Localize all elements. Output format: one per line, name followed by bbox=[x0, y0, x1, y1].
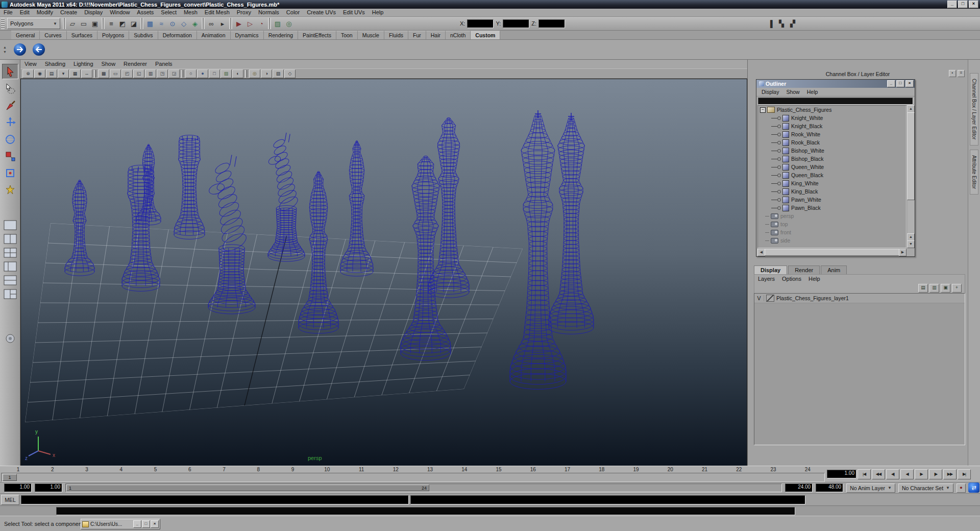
shelf-tab-curves[interactable]: Curves bbox=[40, 31, 66, 39]
grid-toggle-icon[interactable]: ▩ bbox=[98, 69, 109, 78]
outliner-vertical-scrollbar[interactable]: ▲ ▲ ▼ bbox=[906, 105, 914, 248]
outliner-item-rook-black[interactable]: Rook_Black bbox=[758, 138, 906, 147]
snap-to-curve-icon[interactable]: ≈ bbox=[156, 18, 167, 29]
command-line-input[interactable] bbox=[21, 495, 409, 504]
toolbox-sphere-icon[interactable] bbox=[3, 331, 18, 346]
shelf-tab-painteffects[interactable]: PaintEffects bbox=[298, 31, 336, 39]
pin-icon[interactable]: ▪ bbox=[949, 70, 956, 77]
layer-editor-tab-display[interactable]: Display bbox=[754, 266, 787, 274]
scroll-left-icon[interactable]: ◀ bbox=[757, 249, 765, 256]
make-live-icon[interactable]: ◈ bbox=[189, 18, 201, 29]
shelf-custom-item-1[interactable] bbox=[12, 42, 28, 57]
step-forward-frame-button[interactable]: ▶▶ bbox=[943, 469, 957, 479]
play-backwards-button[interactable]: ◀ bbox=[900, 469, 914, 479]
ipr-render-icon[interactable]: ▷ bbox=[244, 18, 256, 29]
step-forward-key-button[interactable]: |▶ bbox=[929, 469, 942, 479]
2d-pan-zoom-icon[interactable]: ↔ bbox=[81, 69, 92, 78]
layout-single-pane-button[interactable] bbox=[3, 220, 18, 231]
outliner-menu-display[interactable]: Display bbox=[758, 88, 782, 96]
outliner-filter-field[interactable] bbox=[758, 98, 913, 105]
shelf-tab-muscle[interactable]: Muscle bbox=[358, 31, 384, 39]
shelf-tab-toon[interactable]: Toon bbox=[336, 31, 358, 39]
use-default-material-icon[interactable]: ◐ bbox=[232, 69, 243, 78]
outliner-menu-show[interactable]: Show bbox=[782, 88, 803, 96]
animation-start-field[interactable]: 1.00 bbox=[4, 484, 32, 492]
shelf-tab-fluids[interactable]: Fluids bbox=[384, 31, 408, 39]
select-camera-icon[interactable]: ⊕ bbox=[22, 69, 34, 78]
layer-name[interactable]: Plastic_Chess_Figures_layer1 bbox=[776, 295, 849, 301]
list-inputs-icon[interactable]: ▸ bbox=[217, 18, 228, 29]
outliner-titlebar[interactable]: Outliner _ □ × bbox=[756, 80, 915, 88]
scroll-up-icon-2[interactable]: ▲ bbox=[907, 233, 915, 241]
shelf-tab-deformation[interactable]: Deformation bbox=[158, 31, 197, 39]
outliner-item-pawn-black[interactable]: Pawn_Black bbox=[758, 204, 906, 212]
save-scene-icon[interactable]: ▣ bbox=[89, 18, 101, 29]
y-input[interactable] bbox=[503, 19, 529, 28]
xray-icon[interactable]: ▧ bbox=[273, 69, 284, 78]
layer-editor-tab-anim[interactable]: Anim bbox=[821, 266, 847, 274]
maximize-button[interactable]: □ bbox=[958, 1, 968, 8]
current-frame-marker[interactable]: 1 bbox=[3, 474, 17, 481]
anim-layer-dropdown[interactable]: No Anim Layer ▼ bbox=[846, 484, 895, 493]
paint-effects-icon[interactable]: ▨ bbox=[272, 18, 283, 29]
layer-color-swatch[interactable] bbox=[766, 295, 774, 302]
menu-select[interactable]: Select bbox=[157, 9, 180, 16]
menu-create[interactable]: Create bbox=[57, 9, 81, 16]
menu-create-uvs[interactable]: Create UVs bbox=[303, 9, 339, 16]
outliner-item-queen-white[interactable]: Queen_White bbox=[758, 163, 906, 171]
menu-edit-uvs[interactable]: Edit UVs bbox=[339, 9, 369, 16]
isolate-select-icon[interactable]: ◇ bbox=[284, 69, 296, 78]
outliner-item-rook-white[interactable]: Rook_White bbox=[758, 130, 906, 138]
shelf-tab-custom[interactable]: Custom bbox=[471, 31, 500, 39]
layer-menu-help[interactable]: Help bbox=[805, 276, 824, 282]
layer-row[interactable]: V Plastic_Chess_Figures_layer1 bbox=[754, 294, 965, 303]
sidebar-tab-attribute-editor[interactable]: Attribute Editor bbox=[970, 150, 978, 195]
gate-mask-icon[interactable]: ◱ bbox=[133, 69, 144, 78]
layer-menu-options[interactable]: Options bbox=[778, 276, 805, 282]
go-to-start-button[interactable]: |◀ bbox=[857, 469, 871, 479]
render-view-icon[interactable]: ▶ bbox=[233, 18, 244, 29]
shelf-tab-dynamics[interactable]: Dynamics bbox=[231, 31, 264, 39]
menu-help[interactable]: Help bbox=[369, 9, 387, 16]
panel-menu-shading[interactable]: Shading bbox=[41, 60, 69, 68]
command-line-mode-button[interactable]: MEL bbox=[1, 495, 19, 505]
remote-access-tray-icon[interactable]: ⇄ bbox=[968, 482, 979, 493]
lock-camera-icon[interactable]: ◉ bbox=[34, 69, 45, 78]
panel-menu-renderer[interactable]: Renderer bbox=[119, 60, 151, 68]
universal-manipulator-button[interactable] bbox=[3, 166, 18, 180]
mini-window-close-button[interactable]: × bbox=[151, 520, 159, 528]
new-layer-from-selected-icon[interactable]: + bbox=[952, 284, 962, 293]
menu-window[interactable]: Window bbox=[106, 9, 133, 16]
outliner-minimize-button[interactable]: _ bbox=[887, 80, 895, 87]
smooth-shade-mode-icon[interactable]: ● bbox=[197, 69, 208, 78]
playback-start-field[interactable]: 1.00 bbox=[35, 484, 62, 492]
safe-title-icon[interactable]: ◲ bbox=[168, 69, 180, 78]
step-back-key-button[interactable]: ◀| bbox=[886, 469, 899, 479]
outliner-item-bishop-white[interactable]: Bishop_White bbox=[758, 147, 906, 155]
sidebar-tab-channel-box[interactable]: Channel Box / Layer Editor bbox=[970, 73, 978, 146]
select-tool-button[interactable] bbox=[2, 64, 18, 79]
rotate-tool-button[interactable] bbox=[3, 132, 18, 147]
menu-modify[interactable]: Modify bbox=[33, 9, 57, 16]
mini-window-maximize-button[interactable]: □ bbox=[142, 520, 150, 528]
layer-editor-tab-render[interactable]: Render bbox=[788, 266, 820, 274]
render-settings-icon[interactable]: ◔ bbox=[256, 18, 267, 29]
film-gate-icon[interactable]: ▭ bbox=[110, 69, 121, 78]
range-slider-inner[interactable]: 1 24 bbox=[66, 485, 429, 491]
panel-menu-show[interactable]: Show bbox=[97, 60, 120, 68]
construction-history-icon[interactable]: ∞ bbox=[206, 18, 217, 29]
go-to-end-button[interactable]: ▶| bbox=[958, 469, 971, 479]
time-slider-track[interactable]: 123456789101112131415161718192021222324 … bbox=[1, 467, 825, 481]
play-forwards-button[interactable]: ▶ bbox=[915, 469, 928, 479]
bounding-box-mode-icon[interactable]: □ bbox=[209, 69, 220, 78]
shelf-tab-hair[interactable]: Hair bbox=[426, 31, 446, 39]
outliner-item-top[interactable]: top bbox=[758, 220, 906, 228]
toggle-channel-box-icon[interactable]: ▐ bbox=[765, 18, 776, 29]
menu-edit[interactable]: Edit bbox=[16, 9, 33, 16]
camera-attributes-icon[interactable]: ▤ bbox=[46, 69, 57, 78]
paint-select-tool-button[interactable] bbox=[3, 99, 18, 113]
outliner-item-persp[interactable]: persp bbox=[758, 212, 906, 220]
step-back-frame-button[interactable]: ◀◀ bbox=[872, 469, 885, 479]
toggle-tool-settings-icon[interactable]: ▞ bbox=[787, 18, 798, 29]
layer-menu-layers[interactable]: Layers bbox=[754, 276, 778, 282]
